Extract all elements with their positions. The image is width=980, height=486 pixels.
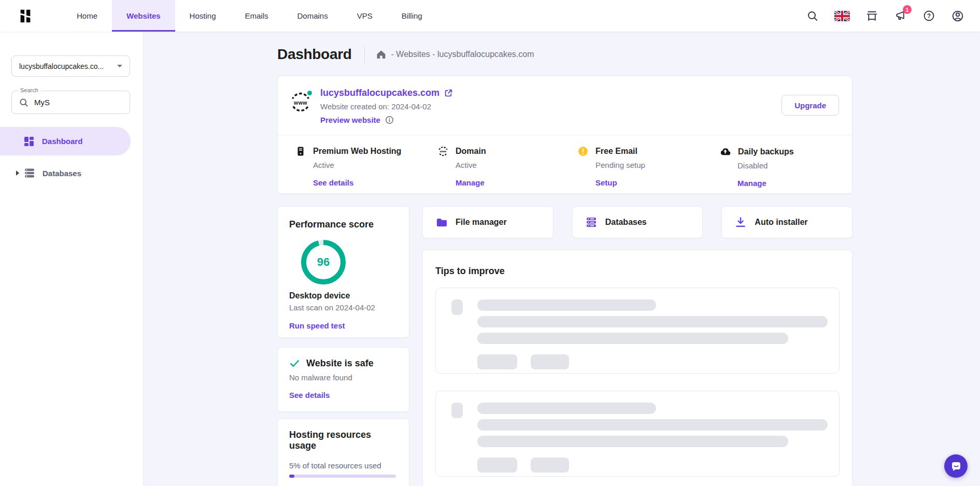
website-safe-card: Website is safe No malware found See det… bbox=[277, 347, 409, 412]
sidebar-item-dashboard[interactable]: Dashboard bbox=[0, 127, 131, 155]
resources-usage-label: 5% of total resources used bbox=[289, 461, 397, 470]
sidebar-item-databases[interactable]: Databases bbox=[0, 162, 131, 184]
status-value: Active bbox=[313, 161, 438, 169]
action-label: Auto installer bbox=[755, 218, 807, 227]
sidebar-item-label: Dashboard bbox=[42, 137, 82, 146]
home-icon[interactable] bbox=[376, 50, 386, 60]
performance-ring: 96 bbox=[301, 239, 346, 285]
svg-text:www: www bbox=[293, 99, 307, 106]
folder-icon bbox=[436, 217, 447, 228]
status-link[interactable]: Setup bbox=[595, 178, 720, 187]
nav-hosting[interactable]: Hosting bbox=[175, 0, 231, 32]
status-title: Free Email bbox=[595, 147, 637, 156]
left-column: Performance score 96 Desktop device Last… bbox=[277, 206, 409, 486]
action-label: File manager bbox=[456, 218, 507, 227]
nav-websites[interactable]: Websites bbox=[112, 0, 175, 32]
website-domain-link[interactable]: lucysbuffalocupcakes.com bbox=[320, 88, 439, 98]
sidebar-search: Search bbox=[11, 91, 130, 114]
website-created-date: Website created on: 2024-04-02 bbox=[320, 102, 453, 111]
performance-device: Desktop device bbox=[289, 291, 397, 301]
skeleton-thumb bbox=[451, 403, 463, 418]
resources-progress-bar bbox=[289, 475, 396, 478]
quick-actions-row: File manager Databases bbox=[422, 206, 853, 238]
skeleton-button bbox=[477, 458, 517, 473]
right-column: File manager Databases bbox=[422, 206, 853, 486]
notification-badge: 1 bbox=[903, 5, 912, 14]
warning-icon bbox=[578, 146, 588, 156]
announcements-icon[interactable]: 1 bbox=[894, 9, 907, 22]
breadcrumb-text: - Websites - lucysbuffalocupcakes.com bbox=[391, 50, 534, 59]
search-icon[interactable] bbox=[806, 10, 819, 22]
status-title: Domain bbox=[456, 147, 486, 156]
resources-progress-fill bbox=[289, 475, 294, 478]
account-icon[interactable] bbox=[951, 9, 964, 23]
nav-emails[interactable]: Emails bbox=[230, 0, 282, 32]
databases-card[interactable]: Databases bbox=[572, 206, 703, 238]
skeleton-button bbox=[531, 354, 569, 369]
download-icon bbox=[735, 217, 746, 228]
website-info-section: www lucysbuffalocupcakes.com Website cre… bbox=[278, 76, 852, 135]
skeleton-thumb bbox=[451, 299, 463, 315]
skeleton-button bbox=[531, 458, 569, 473]
run-speed-test-link[interactable]: Run speed test bbox=[289, 321, 397, 330]
live-chat-button[interactable] bbox=[944, 454, 968, 478]
hostinger-logo-icon[interactable] bbox=[18, 8, 33, 24]
page-header: Dashboard - Websites - lucysbuffalocupca… bbox=[277, 44, 853, 65]
performance-title: Performance score bbox=[289, 219, 397, 230]
server-icon bbox=[295, 146, 306, 156]
sidebar-search-input[interactable] bbox=[34, 98, 112, 107]
help-icon[interactable]: ? bbox=[922, 9, 935, 22]
top-navigation: Home Websites Hosting Emails Domains VPS… bbox=[62, 0, 437, 32]
nav-domains[interactable]: Domains bbox=[282, 0, 342, 32]
action-label: Databases bbox=[605, 218, 647, 227]
status-link[interactable]: Manage bbox=[456, 178, 578, 187]
status-link[interactable]: See details bbox=[313, 178, 438, 187]
databases-icon bbox=[586, 217, 597, 228]
svg-text:www: www bbox=[439, 150, 447, 153]
tip-skeleton-item bbox=[435, 391, 840, 477]
skeleton-line bbox=[477, 316, 828, 327]
chat-bubble-icon bbox=[950, 460, 962, 473]
website-info: lucysbuffalocupcakes.com Website created… bbox=[320, 88, 453, 123]
nav-home[interactable]: Home bbox=[62, 0, 112, 32]
status-link[interactable]: Manage bbox=[737, 179, 840, 188]
skeleton-button bbox=[477, 354, 517, 369]
header-divider bbox=[364, 46, 365, 63]
svg-text:?: ? bbox=[927, 12, 931, 20]
sidebar: lucysbuffalocupcakes.co... Search Dashbo… bbox=[0, 32, 144, 486]
status-title: Premium Web Hosting bbox=[313, 147, 401, 156]
nav-vps[interactable]: VPS bbox=[343, 0, 387, 32]
skeleton-line bbox=[477, 436, 788, 447]
tips-title: Tips to improve bbox=[435, 266, 840, 277]
globe-icon: www bbox=[438, 146, 448, 156]
status-email: Free Email Pending setup Setup bbox=[578, 146, 720, 193]
status-value: Pending setup bbox=[595, 161, 720, 169]
info-icon[interactable] bbox=[385, 116, 394, 124]
status-value: Disabled bbox=[737, 161, 840, 170]
caret-right-icon[interactable] bbox=[16, 170, 19, 176]
chevron-down-icon bbox=[117, 65, 122, 67]
upgrade-button[interactable]: Upgrade bbox=[782, 95, 839, 116]
security-see-details-link[interactable]: See details bbox=[289, 391, 397, 399]
skeleton-line bbox=[477, 419, 828, 431]
external-link-icon[interactable] bbox=[444, 89, 453, 97]
topbar: Home Websites Hosting Emails Domains VPS… bbox=[0, 0, 980, 32]
status-hosting: Premium Web Hosting Active See details bbox=[295, 146, 438, 193]
website-safe-subtitle: No malware found bbox=[289, 373, 397, 382]
dashboard-grid-icon bbox=[24, 136, 34, 147]
file-manager-card[interactable]: File manager bbox=[422, 206, 553, 238]
store-icon[interactable] bbox=[865, 9, 878, 22]
preview-website-link[interactable]: Preview website bbox=[320, 116, 380, 124]
breadcrumb: - Websites - lucysbuffalocupcakes.com bbox=[376, 50, 534, 60]
site-selector-dropdown[interactable]: lucysbuffalocupcakes.co... bbox=[11, 55, 130, 77]
website-globe-icon: www bbox=[290, 92, 311, 112]
site-selector-value: lucysbuffalocupcakes.co... bbox=[19, 62, 104, 70]
tip-skeleton-item bbox=[435, 288, 840, 374]
resources-title: Hosting resources usage bbox=[289, 430, 397, 451]
performance-score-value: 96 bbox=[301, 239, 346, 285]
auto-installer-card[interactable]: Auto installer bbox=[721, 206, 853, 238]
cloud-upload-icon bbox=[720, 146, 731, 157]
nav-billing[interactable]: Billing bbox=[387, 0, 437, 32]
language-flag-uk-icon[interactable] bbox=[834, 11, 850, 21]
check-icon bbox=[289, 358, 300, 369]
